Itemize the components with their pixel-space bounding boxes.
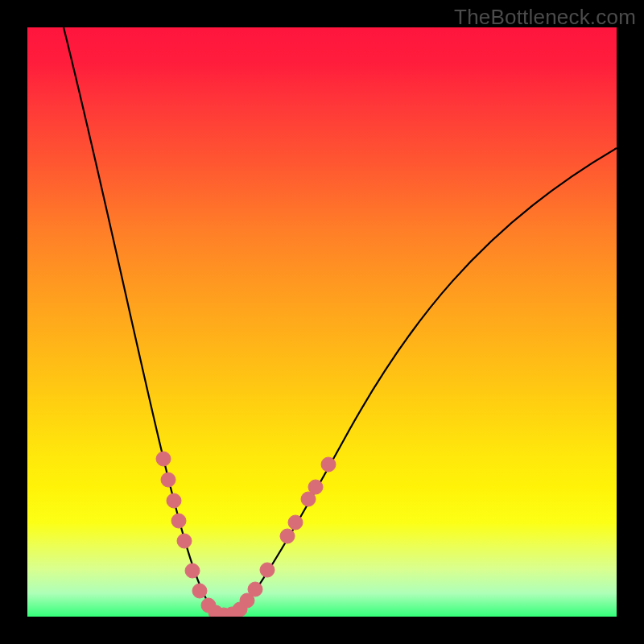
marker-dot [260, 563, 275, 577]
markers-group [156, 452, 336, 617]
marker-dot [248, 582, 262, 597]
marker-dot [185, 564, 200, 578]
plot-area [27, 27, 617, 617]
outer-frame: TheBottleneck.com [0, 0, 644, 644]
watermark-label: TheBottleneck.com [454, 5, 636, 30]
primary-curve [64, 27, 617, 615]
marker-dot [171, 514, 186, 528]
marker-dot [288, 515, 303, 530]
marker-dot [167, 493, 181, 508]
chart-svg [27, 27, 617, 617]
marker-dot [161, 473, 175, 487]
marker-dot [177, 534, 192, 548]
marker-dot [156, 452, 171, 466]
marker-dot [308, 480, 323, 494]
marker-dot [192, 584, 207, 598]
marker-dot [321, 457, 336, 472]
marker-dot [280, 529, 295, 543]
